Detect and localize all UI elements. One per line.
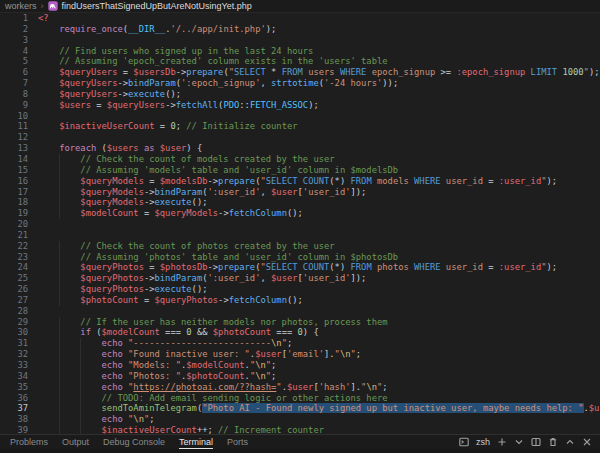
line-number[interactable]: 27 (0, 295, 28, 306)
code-line[interactable]: 16 $queryModels = $modelsDb->prepare("SE… (0, 176, 600, 187)
line-number[interactable]: 21 (0, 230, 28, 241)
code-line[interactable]: 39 $inactiveUserCount++; // Increment co… (0, 425, 600, 434)
line-number[interactable]: 14 (0, 154, 28, 165)
code-line[interactable]: 17 $queryModels->bindParam(':user_id', $… (0, 187, 600, 198)
code-line[interactable]: 31 echo "--------------------------\n"; (0, 338, 600, 349)
line-number[interactable]: 34 (0, 371, 28, 382)
code-line[interactable]: 19 $modelCount = $queryModels->fetchColu… (0, 208, 600, 219)
shell-label[interactable]: zsh (476, 437, 490, 447)
code-line[interactable]: 30 if ($modelCount === 0 && $photoCount … (0, 327, 600, 338)
line-number[interactable]: 1 (0, 13, 28, 24)
code-line[interactable]: 22 // Check the count of photos created … (0, 241, 600, 252)
code-line[interactable]: 2 require_once(__DIR__.'/../app/init.php… (0, 24, 600, 35)
line-number[interactable]: 20 (0, 219, 28, 230)
line-number[interactable]: 18 (0, 197, 28, 208)
line-number[interactable]: 36 (0, 393, 28, 404)
line-number[interactable]: 38 (0, 414, 28, 425)
code-line[interactable]: 27 $photoCount = $queryPhotos->fetchColu… (0, 295, 600, 306)
kill-terminal-icon[interactable] (548, 437, 558, 447)
code-line-text: // If the user has neither models nor ph… (28, 317, 600, 328)
code-line[interactable]: 14 // Check the count of models created … (0, 154, 600, 165)
breadcrumb-folder[interactable]: workers (5, 1, 37, 11)
line-number[interactable]: 39 (0, 425, 28, 434)
line-number[interactable]: 19 (0, 208, 28, 219)
code-line[interactable]: 7 $queryUsers->bindParam(':epoch_signup'… (0, 78, 600, 89)
code-line[interactable]: 35 echo "https://photoai.com/??hash=".$u… (0, 382, 600, 393)
code-line[interactable]: 33 echo "Models: ".$modelCount."\n"; (0, 360, 600, 371)
line-number[interactable]: 5 (0, 56, 28, 67)
line-number[interactable]: 29 (0, 317, 28, 328)
code-line[interactable]: 38 echo "\n"; (0, 414, 600, 425)
code-line[interactable]: 20 (0, 219, 600, 230)
line-number[interactable]: 22 (0, 241, 28, 252)
code-editor[interactable]: 1<?2 require_once(__DIR__.'/../app/init.… (0, 13, 600, 434)
code-line[interactable]: 18 $queryModels->execute(); (0, 197, 600, 208)
line-number[interactable]: 24 (0, 262, 28, 273)
code-line-text: $queryPhotos->bindParam(':user_id', $use… (28, 273, 600, 284)
maximize-panel-icon[interactable] (565, 437, 575, 447)
panel-tab-problems[interactable]: Problems (10, 435, 48, 449)
terminal-content-strip[interactable] (0, 449, 600, 453)
line-number[interactable]: 10 (0, 111, 28, 122)
line-number[interactable]: 16 (0, 176, 28, 187)
code-line[interactable]: 32 echo "Found inactive user: ".$user['e… (0, 349, 600, 360)
selected-text: "Photo AI - Found newly signed up but in… (202, 403, 583, 413)
line-number[interactable]: 31 (0, 338, 28, 349)
close-panel-icon[interactable] (582, 437, 592, 447)
code-line[interactable]: 24 $queryPhotos = $photosDb->prepare("SE… (0, 262, 600, 273)
code-line[interactable]: 25 $queryPhotos->bindParam(':user_id', $… (0, 273, 600, 284)
code-line[interactable]: 11 $inactiveUserCount = 0; // Initialize… (0, 121, 600, 132)
line-number[interactable]: 37 (0, 403, 28, 414)
panel-tab-terminal[interactable]: Terminal (179, 435, 213, 449)
breadcrumb-filename[interactable]: findUsersThatSignedUpButAreNotUsingYet.p… (62, 1, 252, 11)
code-line[interactable]: 13 foreach ($users as $user) { (0, 143, 600, 154)
code-line[interactable]: 23 // Assuming 'photos' table and 'user_… (0, 252, 600, 263)
line-number[interactable]: 7 (0, 78, 28, 89)
terminal-dropdown-icon[interactable] (514, 437, 524, 447)
line-number[interactable]: 28 (0, 306, 28, 317)
code-line[interactable]: 8 $queryUsers->execute(); (0, 89, 600, 100)
line-number[interactable]: 26 (0, 284, 28, 295)
split-terminal-icon[interactable] (531, 437, 541, 447)
line-number[interactable]: 13 (0, 143, 28, 154)
line-number[interactable]: 6 (0, 67, 28, 78)
line-number[interactable]: 17 (0, 187, 28, 198)
line-number[interactable]: 35 (0, 382, 28, 393)
code-line[interactable]: 12 (0, 132, 600, 143)
panel-tab-debug-console[interactable]: Debug Console (103, 435, 165, 449)
code-line[interactable]: 26 $queryPhotos->execute(); (0, 284, 600, 295)
code-line[interactable]: 10 (0, 111, 600, 122)
line-number[interactable]: 11 (0, 121, 28, 132)
code-line[interactable]: 9 $users = $queryUsers->fetchAll(PDO::FE… (0, 100, 600, 111)
new-terminal-icon[interactable] (497, 437, 507, 447)
line-number[interactable]: 33 (0, 360, 28, 371)
code-line[interactable]: 5 // Assuming 'epoch_created' column exi… (0, 56, 600, 67)
code-line[interactable]: 15 // Assuming 'models' table and 'user_… (0, 165, 600, 176)
line-number[interactable]: 32 (0, 349, 28, 360)
code-line[interactable]: 4 // Find users who signed up in the las… (0, 46, 600, 57)
panel-tab-ports[interactable]: Ports (227, 435, 248, 449)
line-number[interactable]: 2 (0, 24, 28, 35)
code-line[interactable]: 34 echo "Photos: ".$photoCount."\n"; (0, 371, 600, 382)
code-line[interactable]: 3 (0, 35, 600, 46)
code-line[interactable]: 21 (0, 230, 600, 241)
code-line[interactable]: 28 (0, 306, 600, 317)
line-number[interactable]: 23 (0, 252, 28, 263)
indent-guide (59, 208, 60, 219)
line-number[interactable]: 8 (0, 89, 28, 100)
panel-tab-output[interactable]: Output (62, 435, 89, 449)
line-number[interactable]: 30 (0, 327, 28, 338)
code-line[interactable]: 6 $queryUsers = $usersDb->prepare("SELEC… (0, 67, 600, 78)
line-number[interactable]: 3 (0, 35, 28, 46)
line-number[interactable]: 9 (0, 100, 28, 111)
line-number[interactable]: 4 (0, 46, 28, 57)
code-line-text: echo "\n"; (28, 414, 600, 425)
code-line-text: $queryModels->bindParam(':user_id', $use… (28, 187, 600, 198)
line-number[interactable]: 15 (0, 165, 28, 176)
code-line[interactable]: 37 sendToAminTelegram("Photo AI - Found … (0, 403, 600, 414)
code-line[interactable]: 36 // TODO: Add email sending logic or o… (0, 393, 600, 404)
line-number[interactable]: 25 (0, 273, 28, 284)
line-number[interactable]: 12 (0, 132, 28, 143)
code-line[interactable]: 29 // If the user has neither models nor… (0, 317, 600, 328)
code-line[interactable]: 1<? (0, 13, 600, 24)
